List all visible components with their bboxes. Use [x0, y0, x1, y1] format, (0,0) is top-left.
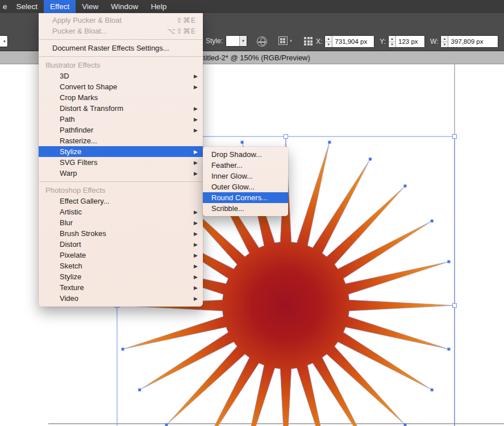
menu-item-convert-to-shape[interactable]: Convert to Shape▶ — [39, 81, 203, 92]
anchor-point[interactable] — [447, 348, 450, 350]
appearance-options-dropdown[interactable]: ▼ — [278, 36, 293, 45]
menu-item-label: Document Raster Effects Settings... — [52, 44, 169, 52]
menu-item-path[interactable]: Path▶ — [39, 114, 203, 125]
menu-item-distort-transform[interactable]: Distort & Transform▶ — [39, 103, 203, 114]
stepper-up-icon[interactable]: ▲ — [389, 36, 395, 42]
menu-item-outer-glow[interactable]: Outer Glow... — [203, 181, 288, 192]
field-input-w[interactable]: ▲▼397,809 px — [440, 35, 498, 48]
style-group: Style: ▼ — [206, 35, 247, 47]
menu-item-texture[interactable]: Texture▶ — [39, 282, 203, 293]
menu-item-label: Apply Pucker & Bloat — [52, 16, 122, 24]
anchor-point[interactable] — [404, 424, 407, 426]
menu-item-label: Video — [60, 294, 78, 303]
field-label-x: X: — [316, 38, 322, 46]
stepper-down-icon[interactable]: ▼ — [441, 42, 448, 48]
align-grid-icon[interactable] — [304, 37, 313, 46]
submenu-arrow-icon: ▶ — [194, 296, 198, 301]
menu-item-round-corners[interactable]: Round Corners... — [203, 192, 288, 203]
menu-item-crop-marks[interactable]: Crop Marks — [39, 92, 203, 103]
menu-item-pixelate[interactable]: Pixelate▶ — [39, 250, 203, 260]
field-input-y[interactable]: ▲▼123 px — [388, 35, 425, 48]
menu-item-label: Path — [60, 115, 75, 123]
menu-item-svg-filters[interactable]: SVG Filters▶ — [39, 157, 203, 168]
submenu-arrow-icon: ▶ — [194, 209, 198, 215]
menu-item-effect-gallery[interactable]: Effect Gallery... — [39, 196, 203, 206]
menu-item-label: Rasterize... — [60, 137, 97, 145]
menu-item-label: Brush Strokes — [60, 229, 106, 238]
field-group-x: X:▲▼731,904 px — [316, 35, 374, 48]
anchor-point[interactable] — [447, 260, 450, 263]
style-label: Style: — [206, 37, 223, 45]
anchor-point[interactable] — [138, 388, 141, 391]
submenu-arrow-icon: ▶ — [194, 127, 198, 133]
menubar-item-effect[interactable]: Effect — [44, 0, 76, 13]
menu-item-artistic[interactable]: Artistic▶ — [39, 206, 203, 217]
menu-item-label: Scribble... — [211, 204, 244, 213]
recolor-artwork-icon[interactable] — [257, 36, 267, 47]
menubar-item-view[interactable]: View — [76, 0, 105, 13]
stepper-up-icon[interactable]: ▲ — [325, 36, 332, 42]
selection-handle[interactable] — [284, 135, 288, 139]
menu-item-distort[interactable]: Distort▶ — [39, 239, 203, 250]
menu-item-label: 3D — [60, 72, 69, 80]
anchor-point[interactable] — [431, 220, 434, 222]
menu-item-label: Pucker & Bloat... — [52, 27, 107, 35]
menubar-items: eSelectEffectViewWindowHelp — [0, 0, 504, 13]
menu-item-label: Feather... — [211, 161, 243, 169]
submenu-arrow-icon: ▶ — [194, 106, 198, 111]
menu-item-label: Distort — [60, 240, 81, 249]
stepper[interactable]: ▲▼ — [389, 36, 396, 47]
menu-item-video[interactable]: Video▶ — [39, 293, 203, 304]
menubar-item-help[interactable]: Help — [144, 0, 173, 13]
menu-item-sketch[interactable]: Sketch▶ — [39, 260, 203, 271]
menubar-item-e[interactable]: e — [0, 0, 10, 13]
menubar-item-select[interactable]: Select — [10, 0, 44, 13]
menu-item-label: Artistic — [60, 208, 82, 216]
stepper-down-icon[interactable]: ▼ — [389, 42, 395, 48]
menu-item-label: Stylize — [60, 147, 81, 156]
menu-item-scribble[interactable]: Scribble... — [203, 203, 288, 214]
menu-item-stylize[interactable]: Stylize▶ — [39, 271, 203, 282]
menu-item-document-raster-effects-settings[interactable]: Document Raster Effects Settings... — [39, 43, 203, 53]
style-swatch-dropdown[interactable]: ▼ — [226, 35, 247, 47]
menu-item-label: Blur — [60, 218, 73, 227]
menu-separator — [39, 56, 202, 57]
dropdown-arrow-icon: ▼ — [3, 40, 6, 43]
anchor-point[interactable] — [241, 141, 244, 144]
menu-item-rasterize[interactable]: Rasterize... — [39, 135, 203, 146]
presets-icon — [278, 36, 288, 45]
menu-section-illustrator-effects: Illustrator Effects — [39, 60, 203, 71]
menu-item-3d[interactable]: 3D▶ — [39, 71, 203, 81]
anchor-point[interactable] — [369, 158, 372, 160]
anchor-point[interactable] — [431, 388, 434, 391]
menu-item-pathfinder[interactable]: Pathfinder▶ — [39, 125, 203, 135]
submenu-arrow-icon: ▶ — [194, 231, 198, 237]
anchor-point[interactable] — [328, 141, 331, 144]
menu-item-warp[interactable]: Warp▶ — [39, 168, 203, 179]
menu-item-brush-strokes[interactable]: Brush Strokes▶ — [39, 228, 203, 239]
anchor-point[interactable] — [404, 185, 407, 188]
menu-item-drop-shadow[interactable]: Drop Shadow... — [203, 149, 288, 160]
stepper[interactable]: ▲▼ — [441, 36, 448, 47]
field-label-w: W: — [430, 38, 438, 46]
field-value: 123 px — [396, 36, 424, 47]
menu-item-feather[interactable]: Feather... — [203, 160, 288, 171]
field-input-x[interactable]: ▲▼731,904 px — [324, 35, 374, 48]
menu-item-label: Stylize — [60, 272, 81, 281]
submenu-arrow-icon: ▶ — [194, 149, 198, 155]
stepper-down-icon[interactable]: ▼ — [325, 42, 332, 48]
menu-shortcut: ⌥⇧⌘E — [167, 27, 203, 35]
stepper-up-icon[interactable]: ▲ — [441, 36, 448, 42]
menubar-item-window[interactable]: Window — [105, 0, 144, 13]
left-partial-dropdown[interactable]: ▼ — [0, 35, 8, 47]
selection-handle[interactable] — [453, 304, 457, 308]
stepper[interactable]: ▲▼ — [325, 36, 332, 47]
selection-handle[interactable] — [453, 135, 457, 139]
menu-item-blur[interactable]: Blur▶ — [39, 217, 203, 228]
anchor-point[interactable] — [165, 424, 168, 426]
effect-menu: Apply Pucker & Bloat⇧⌘EPucker & Bloat...… — [39, 13, 203, 307]
menubar: eSelectEffectViewWindowHelp — [0, 0, 504, 13]
menu-item-inner-glow[interactable]: Inner Glow... — [203, 171, 288, 181]
anchor-point[interactable] — [122, 348, 124, 350]
menu-item-stylize[interactable]: Stylize▶ — [39, 146, 203, 157]
